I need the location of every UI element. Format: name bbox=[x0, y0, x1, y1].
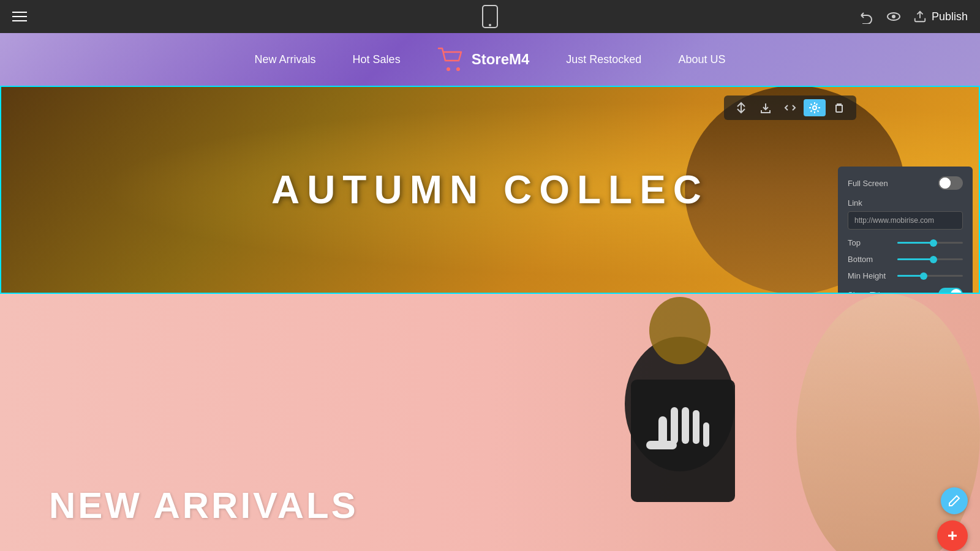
publish-label: Publish bbox=[932, 10, 968, 23]
hero-title: AUTUMN COLLEC bbox=[271, 167, 709, 212]
undo-icon bbox=[859, 9, 874, 24]
logo-text: StoreM4 bbox=[472, 51, 530, 68]
link-label-row: Link bbox=[848, 198, 963, 208]
svg-point-19 bbox=[649, 297, 710, 364]
min-height-slider-row: Min Height bbox=[848, 271, 963, 280]
svg-rect-17 bbox=[703, 422, 709, 447]
svg-point-1 bbox=[489, 24, 491, 26]
nav-logo: StoreM4 bbox=[437, 47, 530, 72]
preview-button[interactable] bbox=[886, 9, 901, 24]
svg-rect-16 bbox=[693, 410, 699, 444]
publish-icon bbox=[913, 10, 927, 23]
add-fab-button[interactable] bbox=[937, 520, 968, 551]
svg-point-6 bbox=[456, 67, 460, 71]
new-arrivals-title: NEW ARRIVALS bbox=[49, 484, 358, 527]
nav-bar: New Arrivals Hot Sales StoreM4 Just Rest… bbox=[0, 33, 980, 86]
settings-panel: Full Screen Link Top Bottom bbox=[838, 167, 973, 294]
full-screen-label: Full Screen bbox=[848, 179, 888, 188]
gear-icon bbox=[809, 102, 821, 114]
svg-point-3 bbox=[892, 15, 895, 18]
publish-button[interactable]: Publish bbox=[913, 10, 968, 23]
svg-rect-18 bbox=[646, 441, 677, 449]
model-silhouette bbox=[521, 294, 827, 551]
svg-rect-10 bbox=[836, 105, 842, 112]
min-height-label: Min Height bbox=[848, 271, 891, 280]
mobile-view-button[interactable] bbox=[481, 4, 499, 29]
plus-icon bbox=[945, 528, 960, 543]
hamburger-icon bbox=[12, 12, 27, 21]
code-button[interactable] bbox=[779, 99, 801, 116]
top-slider-row: Top bbox=[848, 238, 963, 247]
bottom-slider[interactable] bbox=[897, 258, 963, 260]
sort-icon bbox=[735, 102, 747, 114]
cart-icon bbox=[437, 47, 464, 72]
svg-point-9 bbox=[813, 106, 816, 110]
new-arrivals-section: NEW ARRIVALS bbox=[0, 294, 980, 551]
toolbar-right: Publish bbox=[859, 9, 968, 24]
svg-point-5 bbox=[447, 67, 450, 71]
hero-section: AUTUMN COLLEC Full Screen Link Top Botto… bbox=[0, 86, 980, 294]
full-screen-toggle[interactable] bbox=[938, 176, 963, 190]
eye-icon bbox=[886, 9, 901, 24]
svg-rect-14 bbox=[671, 407, 678, 444]
edit-fab-button[interactable] bbox=[941, 487, 968, 514]
settings-button[interactable] bbox=[804, 99, 826, 116]
top-slider[interactable] bbox=[897, 242, 963, 244]
download-icon bbox=[760, 102, 772, 114]
pencil-icon bbox=[948, 495, 960, 507]
delete-button[interactable] bbox=[828, 99, 850, 116]
toolbar-left bbox=[12, 12, 27, 21]
download-button[interactable] bbox=[755, 99, 777, 116]
sort-button[interactable] bbox=[730, 99, 752, 116]
mobile-icon bbox=[481, 4, 499, 29]
top-toolbar: Publish bbox=[0, 0, 980, 33]
nav-link-about-us[interactable]: About US bbox=[678, 53, 725, 66]
top-label: Top bbox=[848, 238, 891, 247]
nav-link-new-arrivals[interactable]: New Arrivals bbox=[255, 53, 316, 66]
show-title-toggle[interactable] bbox=[938, 288, 963, 294]
min-height-slider[interactable] bbox=[897, 275, 963, 277]
trash-icon bbox=[833, 102, 845, 114]
svg-rect-15 bbox=[682, 407, 689, 444]
nav-link-hot-sales[interactable]: Hot Sales bbox=[353, 53, 401, 66]
show-title-row: Show Title bbox=[848, 288, 963, 294]
full-screen-row: Full Screen bbox=[848, 176, 963, 190]
link-input[interactable] bbox=[848, 211, 963, 230]
nav-link-just-restocked[interactable]: Just Restocked bbox=[566, 53, 641, 66]
hamburger-menu-button[interactable] bbox=[12, 12, 27, 21]
code-icon bbox=[784, 102, 796, 114]
undo-button[interactable] bbox=[859, 9, 874, 24]
link-label: Link bbox=[848, 198, 862, 208]
bottom-slider-row: Bottom bbox=[848, 255, 963, 264]
section-toolbar bbox=[724, 96, 856, 120]
bottom-label: Bottom bbox=[848, 255, 891, 264]
toolbar-center bbox=[481, 4, 499, 29]
